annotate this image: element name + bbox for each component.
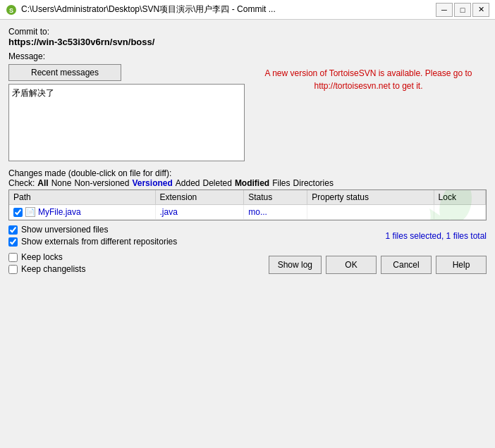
message-textarea[interactable]: 矛盾解决了 — [8, 84, 245, 161]
show-unversioned-row: Show unversioned files — [8, 225, 177, 235]
action-buttons: Show log OK Cancel Help — [269, 256, 487, 274]
cell-property-status — [307, 205, 434, 220]
cancel-button[interactable]: Cancel — [381, 256, 432, 274]
cell-extension: .java — [155, 205, 244, 220]
cell-path: 📄 MyFile.java — [9, 205, 155, 220]
show-externals-checkbox[interactable] — [8, 237, 18, 247]
check-label: Check: — [8, 178, 35, 188]
filter-deleted[interactable]: Deleted — [203, 178, 232, 188]
filter-files[interactable]: Files — [272, 178, 290, 188]
filter-modified[interactable]: Modified — [235, 178, 269, 188]
col-extension: Extension — [155, 190, 244, 205]
table-row[interactable]: 📄 MyFile.java .java mo... — [9, 205, 486, 220]
keep-locks-label: Keep locks — [21, 252, 63, 262]
changes-label: Changes made (double-click on file for d… — [8, 168, 487, 178]
message-area: Recent messages 矛盾解决了 A new version of T… — [8, 64, 487, 161]
minimize-button[interactable]: ─ — [436, 3, 453, 17]
message-left: Recent messages 矛盾解决了 — [8, 64, 245, 161]
commit-label: Commit to: — [8, 27, 487, 37]
message-label: Message: — [8, 51, 487, 61]
svg-text:S: S — [9, 7, 13, 14]
status-link[interactable]: mo... — [248, 207, 267, 217]
show-externals-row: Show externals from different repositori… — [8, 237, 177, 247]
show-unversioned-label: Show unversioned files — [21, 225, 108, 235]
filter-all[interactable]: All — [37, 178, 48, 188]
cell-lock — [434, 205, 485, 220]
keep-locks-row: Keep locks — [8, 252, 85, 262]
files-status: 1 files selected, 1 files total — [386, 231, 487, 241]
commit-section: Commit to: https://win-3c53i30v6rn/svn/b… — [8, 27, 487, 47]
message-section: Message: Recent messages 矛盾解决了 A new ver… — [8, 51, 487, 161]
col-status: Status — [244, 190, 307, 205]
col-lock: Lock — [434, 190, 485, 205]
commit-url: https://win-3c53i30v6rn/svn/boss/ — [8, 37, 487, 47]
bottom-options: Show unversioned files Show externals fr… — [8, 225, 177, 247]
title-bar-left: S C:\Users\Administrator\Desktop\SVN项目演示… — [6, 4, 276, 15]
window-title: C:\Users\Administrator\Desktop\SVN项目演示\用… — [21, 4, 276, 15]
close-button[interactable]: ✕ — [472, 3, 489, 17]
col-path: Path — [9, 190, 155, 205]
file-name-link[interactable]: MyFile.java — [38, 207, 81, 217]
keep-changelists-label: Keep changelists — [21, 264, 85, 274]
filter-row: Check: All None Non-versioned Versioned … — [8, 178, 487, 188]
filter-directories[interactable]: Directories — [293, 178, 334, 188]
help-button[interactable]: Help — [436, 256, 487, 274]
filter-none[interactable]: None — [51, 178, 72, 188]
update-notice: A new version of TortoiseSVN is availabl… — [250, 64, 487, 92]
file-icon: 📄 — [25, 207, 35, 217]
main-window: Commit to: https://win-3c53i30v6rn/svn/b… — [0, 20, 495, 448]
cell-status: mo... — [244, 205, 307, 220]
file-table: Path Extension Status Property status Lo… — [9, 190, 486, 220]
options-and-actions: Keep locks Keep changelists Show log OK … — [8, 252, 487, 274]
title-bar: S C:\Users\Administrator\Desktop\SVN项目演示… — [0, 0, 495, 20]
show-log-button[interactable]: Show log — [269, 256, 322, 274]
show-externals-label: Show externals from different repositori… — [21, 237, 177, 247]
show-unversioned-checkbox[interactable] — [8, 225, 18, 235]
extension-link[interactable]: .java — [160, 207, 178, 217]
filter-non-versioned[interactable]: Non-versioned — [74, 178, 129, 188]
file-table-container: Path Extension Status Property status Lo… — [8, 189, 487, 220]
maximize-button[interactable]: □ — [454, 3, 471, 17]
keep-locks-checkbox[interactable] — [8, 253, 18, 262]
svn-icon: S — [6, 4, 17, 15]
filter-added[interactable]: Added — [176, 178, 200, 188]
ok-button[interactable]: OK — [326, 256, 377, 274]
keep-changelists-checkbox[interactable] — [8, 265, 18, 274]
title-bar-controls: ─ □ ✕ — [436, 3, 489, 17]
filter-versioned[interactable]: Versioned — [132, 178, 172, 188]
file-checkbox[interactable] — [13, 208, 23, 217]
changes-section: Changes made (double-click on file for d… — [8, 166, 487, 247]
col-property-status: Property status — [307, 190, 434, 205]
keep-options: Keep locks Keep changelists — [8, 252, 85, 274]
keep-changelists-row: Keep changelists — [8, 264, 85, 274]
recent-messages-button[interactable]: Recent messages — [8, 64, 121, 81]
